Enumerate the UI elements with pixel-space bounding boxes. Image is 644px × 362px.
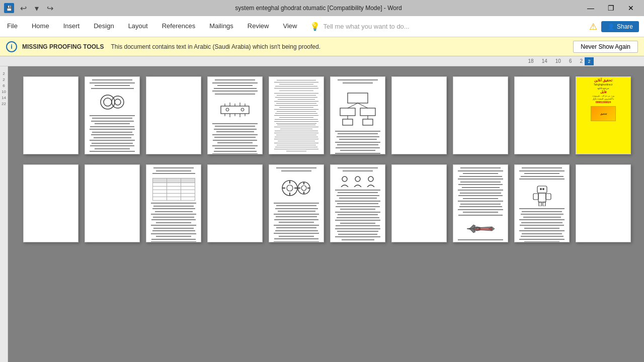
restore-button[interactable]: ❐ [602,2,620,14]
page-thumb-11[interactable] [23,164,78,242]
tab-layout[interactable]: Layout [121,16,155,37]
ruler-num-10: 10 [555,58,561,64]
svg-rect-21 [363,119,373,125]
lightbulb-icon: 💡 [310,22,320,31]
svg-rect-19 [360,108,375,116]
redo-button[interactable]: ↪ [45,3,55,14]
svg-rect-42 [537,186,547,193]
person-icon: 👤 [607,23,615,30]
page-thumb-19[interactable] [514,164,570,242]
ruler-num-14: 14 [542,58,547,64]
page-thumb-8[interactable] [453,76,508,154]
window-controls: — ❐ ✕ [582,2,640,14]
svg-point-48 [540,188,542,190]
page-thumb-2[interactable] [85,76,140,154]
vertical-ruler: 2 2 6 10 14 22 [0,66,8,362]
page-thumb-3[interactable] [146,76,201,154]
page-thumb-15[interactable] [269,164,324,242]
ruler-marker: 2 [585,57,594,65]
warning-icon: ⚠ [589,21,597,32]
ad-line3: مرجع دانلود [597,86,609,89]
page-thumb-14[interactable] [207,164,263,242]
notification-bar: i MISSING PROOFING TOOLS This document c… [0,37,644,56]
title-bar: 💾 ↩ ▾ ↪ system enteghal ghodrat otumatic… [0,0,644,16]
ruler-numbers: 18 14 10 6 2 2 [528,57,645,65]
tab-view[interactable]: View [276,16,304,37]
page-thumb-10[interactable]: تحقیق آنلاین Tahghighonline.ir مرجع دانل… [576,76,631,154]
svg-line-22 [348,103,358,108]
page-thumb-13[interactable] [146,164,201,242]
minimize-button[interactable]: — [582,2,600,14]
svg-rect-46 [539,202,541,206]
page-thumb-6[interactable] [330,76,385,154]
pages-row-1: تحقیق آنلاین Tahghighonline.ir مرجع دانل… [23,76,629,154]
svg-rect-47 [543,202,545,206]
pages-container[interactable]: تحقیق آنلاین Tahghighonline.ir مرجع دانل… [8,66,644,362]
page-thumb-5[interactable] [269,76,324,154]
never-show-again-button[interactable]: Never Show Again [573,41,638,53]
ribbon-right: ⚠ 👤 Share [589,16,644,37]
ad-logo: تحقیق [591,106,616,121]
ruler-num-18: 18 [528,58,534,64]
page-thumb-4[interactable] [207,76,263,154]
horizontal-ruler: 18 14 10 6 2 2 [0,56,644,66]
svg-point-3 [115,99,121,105]
tab-insert[interactable]: Insert [56,16,87,37]
svg-rect-43 [538,193,546,202]
title-bar-left: 💾 ↩ ▾ ↪ [4,3,55,14]
save-button[interactable]: 💾 [4,3,14,13]
undo-dropdown-button[interactable]: ▾ [33,3,41,14]
info-icon: i [6,41,17,52]
tab-review[interactable]: Review [240,16,276,37]
share-button[interactable]: 👤 Share [601,21,639,32]
svg-point-16 [241,108,244,111]
pages-row-2 [23,164,629,242]
tab-home[interactable]: Home [25,16,56,37]
page-thumb-1[interactable] [23,76,78,154]
undo-button[interactable]: ↩ [18,3,29,14]
svg-rect-4 [221,106,249,114]
tab-mailings[interactable]: Mailings [202,16,240,37]
svg-rect-44 [533,194,538,200]
svg-point-27 [287,185,293,191]
ad-phone: 09981366624 [596,101,611,104]
svg-point-40 [368,176,373,182]
page-thumb-18[interactable] [453,164,508,242]
tab-design[interactable]: Design [87,16,121,37]
svg-rect-18 [340,108,355,116]
ruler-num-2: 2 [580,58,583,64]
ad-website: Tahghighonline.ir [594,83,613,86]
main-content: 2 2 6 10 14 22 [0,66,644,362]
notification-message: This document contains text in Arabic (S… [111,43,568,50]
svg-line-23 [358,103,368,108]
svg-point-49 [542,188,544,190]
share-label: Share [617,23,633,30]
ad-file: فایل [600,90,606,94]
close-button[interactable]: ✕ [622,2,640,14]
svg-point-15 [226,108,229,111]
ribbon: File Home Insert Design Layout Reference… [0,16,644,37]
svg-point-39 [355,176,360,182]
tab-references[interactable]: References [155,16,202,37]
document-title: system enteghal ghodrat otumatic [Compat… [55,5,582,12]
svg-rect-17 [348,93,368,103]
page-thumb-12[interactable] [85,164,140,242]
page-thumb-16[interactable] [330,164,385,242]
page-thumb-7[interactable] [391,76,447,154]
svg-rect-45 [546,194,551,200]
tell-me-input[interactable]: 💡 Tell me what you want to do... [304,16,589,37]
ad-formats: ورد- پی دی اف - پاورپوینت [592,95,614,97]
svg-point-33 [301,186,306,191]
ad-price: با کمترین قیمت بازار [593,98,614,100]
svg-rect-20 [343,119,353,125]
svg-point-1 [104,98,112,106]
svg-point-2 [112,96,124,108]
ruler-num-6: 6 [569,58,572,64]
tab-file[interactable]: File [0,16,25,37]
page-thumb-9[interactable] [514,76,570,154]
notification-bold-text: MISSING PROOFING TOOLS [22,43,104,50]
svg-point-0 [101,95,115,109]
page-thumb-17[interactable] [391,164,447,242]
svg-point-38 [342,176,347,182]
page-thumb-20[interactable] [576,164,631,242]
